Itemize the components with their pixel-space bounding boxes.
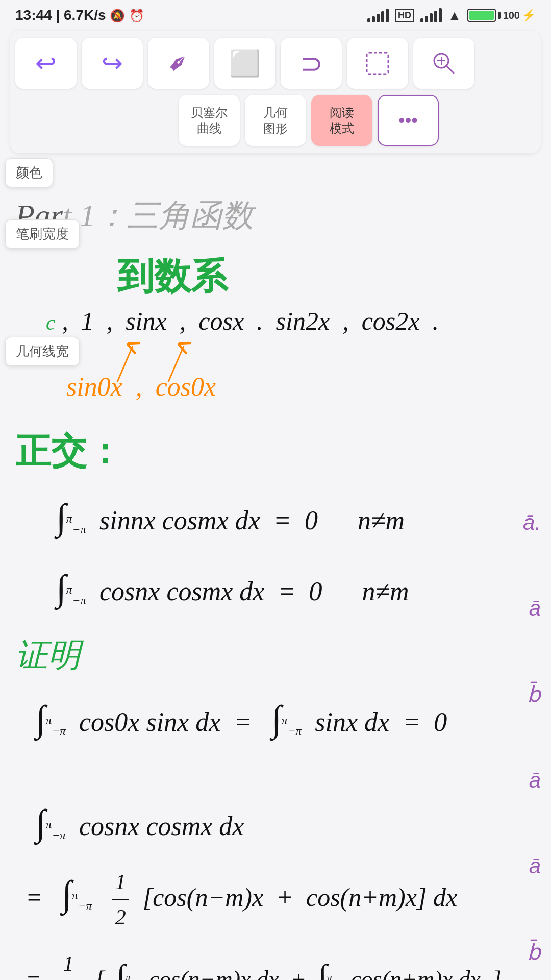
right-label-1: ā.	[523, 510, 541, 535]
more-button[interactable]: •••	[378, 95, 439, 146]
toolbar-row-1: ↩ ↪ ✒ ⬜ ⊃	[15, 38, 536, 89]
wifi-icon: ▲	[448, 8, 461, 23]
formula-1: ∫π−π sinnx cosmx dx = 0 n≠m	[56, 488, 536, 547]
charging-icon: ⚡	[522, 9, 536, 22]
alarm-icon: ⏰	[129, 9, 144, 22]
ortho-title-text: 正交：	[15, 432, 122, 471]
expansion-line-1: = ∫π−π 1 2 [cos(n−m)x + cos(n+m)x] dx	[26, 865, 536, 935]
status-icons: HD ▲ 100 ⚡	[367, 8, 536, 23]
color-button[interactable]: 颜色	[5, 158, 53, 187]
battery-body	[467, 9, 496, 22]
status-time-network: 13:44 | 6.7K/s 🔕 ⏰	[15, 7, 144, 23]
mute-icon: 🔕	[110, 9, 125, 22]
hd-badge: HD	[395, 9, 414, 22]
orange-terms: sin0x , cos0x	[66, 372, 216, 402]
right-label-5: ā	[529, 854, 541, 878]
right-label-4: ā	[529, 768, 541, 793]
readmode-button[interactable]: 阅读模式	[311, 95, 372, 146]
brush-width-button[interactable]: 笔刷宽度	[5, 219, 80, 249]
battery-tip	[498, 12, 501, 19]
spacer	[15, 761, 536, 781]
undo-button[interactable]: ↩	[15, 38, 77, 89]
orange-terms-area: sin0x , cos0x	[66, 346, 536, 407]
select-button[interactable]	[347, 38, 408, 89]
lasso-button[interactable]: ⊃	[281, 38, 342, 89]
network-val: 6.7K/s	[64, 7, 106, 23]
bezier-label: 贝塞尔曲线	[191, 105, 228, 136]
brush-width-label: 笔刷宽度	[16, 226, 69, 241]
expansion-line-2: = 1 2 [ ∫π−π cos(n−m)x dx + ∫π−π cos(n+m…	[26, 947, 536, 980]
series-items: , 1 , sinx , cosx . sin2x , cos2x .	[62, 307, 439, 335]
right-label-2: ā	[529, 596, 541, 621]
svg-line-2	[446, 66, 454, 73]
section-heading-text: 到数系	[117, 256, 228, 297]
battery-indicator: 100 ⚡	[467, 9, 536, 22]
redo-button[interactable]: ↪	[82, 38, 143, 89]
right-label-6: b̄	[527, 940, 541, 965]
half-frac: 1 2	[112, 865, 129, 935]
series-line: c , 1 , sinx , cosx . sin2x , cos2x .	[46, 306, 536, 336]
battery-fill	[469, 11, 494, 20]
proof-heading: 证明	[15, 633, 536, 677]
half-frac-2: 1 2	[60, 947, 77, 980]
pen-button[interactable]: ✒	[148, 38, 209, 89]
geo-width-label: 几何线宽	[16, 344, 69, 359]
ortho-title: 正交：	[15, 428, 536, 476]
time: 13:44	[15, 7, 52, 23]
signal-icon-2	[420, 8, 442, 22]
page-title: Part 1：三角函数	[15, 194, 536, 237]
geometry-label: 几何图形	[263, 105, 288, 136]
toolbar-row-2: 贝塞尔曲线 几何图形 阅读模式 •••	[15, 95, 536, 146]
formula-2: ∫π−π cosnx cosmx dx = 0 n≠m	[56, 559, 536, 618]
readmode-label: 阅读模式	[330, 105, 354, 136]
color-label: 颜色	[16, 165, 42, 180]
network-speed: |	[56, 7, 64, 23]
select-icon	[364, 50, 391, 77]
signal-icon	[367, 8, 389, 22]
proof-line-2: ∫π−π cosnx cosmx dx	[36, 794, 536, 852]
series-c: c	[46, 311, 56, 334]
zoom-icon	[430, 50, 458, 77]
zoom-button[interactable]	[413, 38, 474, 89]
right-panel: ā. ā b̄ ā ā b̄ ā	[523, 510, 541, 980]
right-label-3: b̄	[527, 682, 541, 707]
proof-line-1: ∫π−π cos0x sinx dx = ∫π−π sinx dx = 0	[36, 690, 536, 748]
status-bar: 13:44 | 6.7K/s 🔕 ⏰ HD ▲ 100 ⚡	[0, 0, 551, 31]
toolbar: ↩ ↪ ✒ ⬜ ⊃	[10, 31, 541, 153]
geometry-button[interactable]: 几何图形	[245, 95, 306, 146]
svg-rect-0	[367, 53, 388, 74]
battery-pct: 100	[503, 10, 520, 21]
canvas-area: 颜色 Part 1：三角函数 笔刷宽度 到数系 c , 1 , sinx , c…	[0, 153, 551, 980]
eraser-button[interactable]: ⬜	[214, 38, 276, 89]
section-title: 到数系	[117, 252, 536, 301]
more-icon: •••	[398, 110, 418, 131]
bezier-button[interactable]: 贝塞尔曲线	[179, 95, 240, 146]
